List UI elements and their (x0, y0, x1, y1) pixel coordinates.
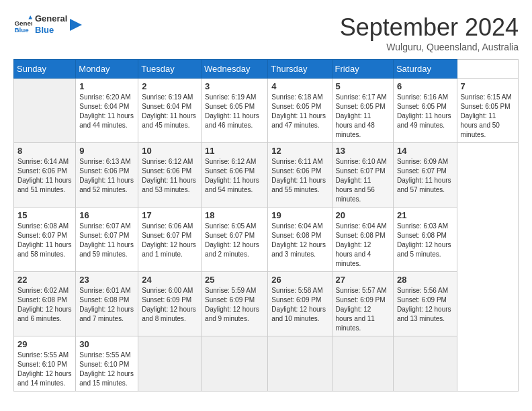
calendar-cell: 24 Sunrise: 6:00 AM Sunset: 6:09 PM Dayl… (138, 272, 202, 336)
cell-content: Sunrise: 6:02 AM Sunset: 6:08 PM Dayligh… (17, 286, 72, 324)
calendar-cell: 17 Sunrise: 6:06 AM Sunset: 6:07 PM Dayl… (138, 208, 202, 272)
calendar-cell: 16 Sunrise: 6:07 AM Sunset: 6:07 PM Dayl… (76, 208, 138, 272)
day-number: 18 (205, 210, 264, 220)
calendar-cell: 1 Sunrise: 6:20 AM Sunset: 6:04 PM Dayli… (76, 79, 138, 143)
day-number: 1 (79, 81, 134, 91)
cell-content: Sunrise: 6:19 AM Sunset: 6:05 PM Dayligh… (205, 93, 264, 130)
day-number: 9 (79, 146, 134, 156)
day-number: 23 (79, 275, 134, 285)
cell-content: Sunrise: 6:19 AM Sunset: 6:04 PM Dayligh… (142, 93, 197, 130)
cell-content: Sunrise: 6:12 AM Sunset: 6:06 PM Dayligh… (205, 157, 264, 195)
cell-content: Sunrise: 6:04 AM Sunset: 6:08 PM Dayligh… (271, 222, 328, 259)
calendar-cell (14, 79, 76, 143)
weekday-header: Wednesday (202, 60, 268, 79)
calendar-cell: 14 Sunrise: 6:09 AM Sunset: 6:07 PM Dayl… (393, 143, 457, 208)
day-number: 17 (142, 210, 197, 220)
cell-content: Sunrise: 5:56 AM Sunset: 6:09 PM Dayligh… (397, 286, 453, 324)
weekday-header: Sunday (14, 60, 76, 79)
svg-text:Blue: Blue (14, 26, 29, 34)
cell-content: Sunrise: 5:59 AM Sunset: 6:09 PM Dayligh… (205, 286, 264, 324)
calendar-cell: 9 Sunrise: 6:13 AM Sunset: 6:06 PM Dayli… (76, 143, 138, 208)
day-number: 15 (17, 210, 72, 220)
day-number: 30 (79, 339, 134, 349)
weekday-header: Friday (332, 60, 393, 79)
calendar-cell: 2 Sunrise: 6:19 AM Sunset: 6:04 PM Dayli… (138, 79, 202, 143)
calendar-cell (332, 336, 393, 392)
day-number: 6 (397, 81, 453, 91)
day-number: 12 (271, 146, 328, 156)
calendar-cell: 13 Sunrise: 6:10 AM Sunset: 6:07 PM Dayl… (332, 143, 393, 208)
cell-content: Sunrise: 6:13 AM Sunset: 6:06 PM Dayligh… (79, 157, 134, 195)
cell-content: Sunrise: 6:18 AM Sunset: 6:05 PM Dayligh… (271, 93, 328, 130)
calendar-cell: 26 Sunrise: 5:58 AM Sunset: 6:09 PM Dayl… (268, 272, 332, 336)
calendar-cell: 8 Sunrise: 6:14 AM Sunset: 6:06 PM Dayli… (14, 143, 76, 208)
day-number: 25 (205, 275, 264, 285)
weekday-header: Tuesday (138, 60, 202, 79)
blue-arrow-icon (70, 19, 82, 31)
cell-content: Sunrise: 6:09 AM Sunset: 6:07 PM Dayligh… (397, 157, 453, 195)
calendar-cell: 27 Sunrise: 5:57 AM Sunset: 6:09 PM Dayl… (332, 272, 393, 336)
cell-content: Sunrise: 6:20 AM Sunset: 6:04 PM Dayligh… (79, 93, 134, 130)
month-title: September 2024 (340, 13, 519, 42)
weekday-header: Thursday (268, 60, 332, 79)
day-number: 28 (397, 275, 453, 285)
cell-content: Sunrise: 6:15 AM Sunset: 6:05 PM Dayligh… (461, 93, 515, 140)
cell-content: Sunrise: 6:17 AM Sunset: 6:05 PM Dayligh… (336, 93, 390, 140)
day-number: 26 (271, 275, 328, 285)
cell-content: Sunrise: 6:07 AM Sunset: 6:07 PM Dayligh… (79, 222, 134, 259)
calendar-cell: 10 Sunrise: 6:12 AM Sunset: 6:06 PM Dayl… (138, 143, 202, 208)
location-subtitle: Wulguru, Queensland, Australia (340, 42, 519, 52)
calendar-cell: 7 Sunrise: 6:15 AM Sunset: 6:05 PM Dayli… (457, 79, 518, 143)
calendar-cell: 11 Sunrise: 6:12 AM Sunset: 6:06 PM Dayl… (202, 143, 268, 208)
day-number: 21 (397, 210, 453, 220)
cell-content: Sunrise: 6:04 AM Sunset: 6:08 PM Dayligh… (336, 222, 390, 269)
cell-content: Sunrise: 6:01 AM Sunset: 6:08 PM Dayligh… (79, 286, 134, 324)
day-number: 14 (397, 146, 453, 156)
calendar-cell: 22 Sunrise: 6:02 AM Sunset: 6:08 PM Dayl… (14, 272, 76, 336)
cell-content: Sunrise: 5:57 AM Sunset: 6:09 PM Dayligh… (336, 286, 390, 333)
day-number: 11 (205, 146, 264, 156)
cell-content: Sunrise: 6:10 AM Sunset: 6:07 PM Dayligh… (336, 157, 390, 204)
cell-content: Sunrise: 6:11 AM Sunset: 6:06 PM Dayligh… (271, 157, 328, 195)
calendar-cell: 4 Sunrise: 6:18 AM Sunset: 6:05 PM Dayli… (268, 79, 332, 143)
day-number: 24 (142, 275, 197, 285)
cell-content: Sunrise: 6:00 AM Sunset: 6:09 PM Dayligh… (142, 286, 197, 324)
day-number: 13 (336, 146, 390, 156)
page-header: General Blue General Blue September 2024… (13, 13, 519, 52)
calendar-cell: 21 Sunrise: 6:03 AM Sunset: 6:08 PM Dayl… (393, 208, 457, 272)
cell-content: Sunrise: 5:55 AM Sunset: 6:10 PM Dayligh… (79, 351, 134, 388)
calendar-cell: 6 Sunrise: 6:16 AM Sunset: 6:05 PM Dayli… (393, 79, 457, 143)
day-number: 22 (17, 275, 72, 285)
cell-content: Sunrise: 6:14 AM Sunset: 6:06 PM Dayligh… (17, 157, 72, 195)
day-number: 10 (142, 146, 197, 156)
calendar-table: SundayMondayTuesdayWednesdayThursdayFrid… (13, 59, 519, 392)
svg-marker-2 (28, 15, 32, 19)
day-number: 19 (271, 210, 328, 220)
calendar-cell: 18 Sunrise: 6:05 AM Sunset: 6:07 PM Dayl… (202, 208, 268, 272)
cell-content: Sunrise: 5:58 AM Sunset: 6:09 PM Dayligh… (271, 286, 328, 324)
calendar-cell: 20 Sunrise: 6:04 AM Sunset: 6:08 PM Dayl… (332, 208, 393, 272)
cell-content: Sunrise: 5:55 AM Sunset: 6:10 PM Dayligh… (17, 351, 72, 388)
calendar-cell: 19 Sunrise: 6:04 AM Sunset: 6:08 PM Dayl… (268, 208, 332, 272)
calendar-cell: 28 Sunrise: 5:56 AM Sunset: 6:09 PM Dayl… (393, 272, 457, 336)
calendar-cell: 29 Sunrise: 5:55 AM Sunset: 6:10 PM Dayl… (14, 336, 76, 392)
day-number: 20 (336, 210, 390, 220)
calendar-cell (268, 336, 332, 392)
calendar-cell (393, 336, 457, 392)
day-number: 4 (271, 81, 328, 91)
calendar-cell: 23 Sunrise: 6:01 AM Sunset: 6:08 PM Dayl… (76, 272, 138, 336)
day-number: 7 (461, 81, 515, 91)
calendar-cell (138, 336, 202, 392)
calendar-cell: 12 Sunrise: 6:11 AM Sunset: 6:06 PM Dayl… (268, 143, 332, 208)
day-number: 16 (79, 210, 134, 220)
calendar-cell (202, 336, 268, 392)
calendar-cell: 3 Sunrise: 6:19 AM Sunset: 6:05 PM Dayli… (202, 79, 268, 143)
cell-content: Sunrise: 6:03 AM Sunset: 6:08 PM Dayligh… (397, 222, 453, 259)
svg-marker-3 (70, 19, 82, 31)
logo-icon: General Blue (13, 15, 32, 34)
day-number: 2 (142, 81, 197, 91)
day-number: 29 (17, 339, 72, 349)
cell-content: Sunrise: 6:06 AM Sunset: 6:07 PM Dayligh… (142, 222, 197, 259)
title-block: September 2024 Wulguru, Queensland, Aust… (340, 13, 519, 52)
day-number: 8 (17, 146, 72, 156)
